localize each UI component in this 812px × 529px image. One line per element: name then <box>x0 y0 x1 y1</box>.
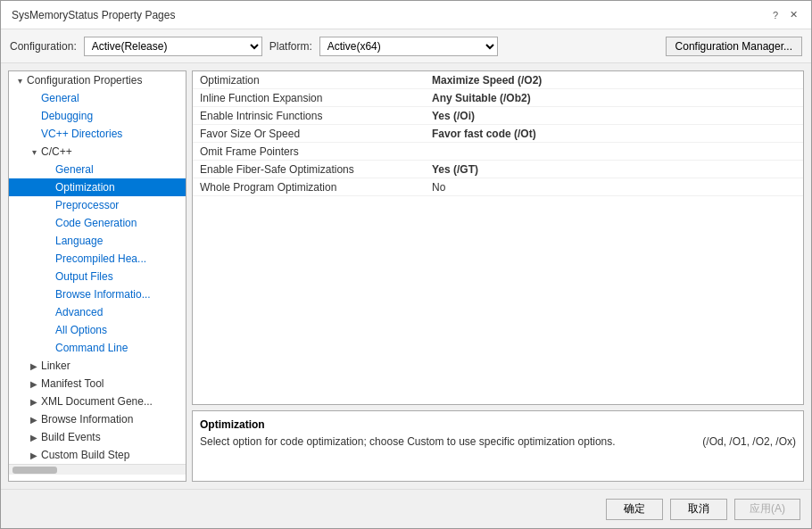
title-bar-controls: ? ✕ <box>768 8 800 22</box>
prop-row-inline-expansion[interactable]: Inline Function Expansion Any Suitable (… <box>193 89 803 107</box>
cancel-button[interactable]: 取消 <box>670 499 727 520</box>
tree-item-cpp-general[interactable]: General <box>9 161 186 178</box>
right-panel: Optimization Maximize Speed (/O2) Inline… <box>192 70 804 482</box>
tree-item-configuration-properties[interactable]: ▾ Configuration Properties <box>9 71 186 89</box>
tree-item-xml-document[interactable]: ▶ XML Document Gene... <box>9 393 186 410</box>
left-tree-panel: ▾ Configuration Properties General Debug… <box>8 70 186 482</box>
description-code: (/Od, /O1, /O2, /Ox) <box>702 434 796 450</box>
description-text: Select option for code optimization; cho… <box>200 434 796 450</box>
tree-item-language[interactable]: Language <box>9 232 186 250</box>
platform-label: Platform: <box>269 40 312 53</box>
bottom-bar: 确定 取消 应用(A) <box>1 489 811 528</box>
prop-row-omit-frame[interactable]: Omit Frame Pointers <box>193 143 803 161</box>
tree-item-code-generation[interactable]: Code Generation <box>9 214 186 232</box>
main-content: ▾ Configuration Properties General Debug… <box>1 63 811 489</box>
title-bar: SysMemoryStatus Property Pages ? ✕ <box>1 1 811 29</box>
prop-row-favor-size-speed[interactable]: Favor Size Or Speed Favor fast code (/Ot… <box>193 125 803 143</box>
tree-item-precompiled-headers[interactable]: Precompiled Hea... <box>9 250 186 268</box>
tree-item-cpp[interactable]: ▾ C/C++ <box>9 143 186 161</box>
tree-item-vc-directories[interactable]: VC++ Directories <box>9 125 186 143</box>
config-manager-button[interactable]: Configuration Manager... <box>666 37 802 56</box>
config-label: Configuration: <box>10 40 77 53</box>
apply-button[interactable]: 应用(A) <box>734 499 800 520</box>
title-bar-left: SysMemoryStatus Property Pages <box>12 9 175 21</box>
tree-item-linker[interactable]: ▶ Linker <box>9 357 186 375</box>
tree-item-build-events[interactable]: ▶ Build Events <box>9 428 186 446</box>
window-title: SysMemoryStatus Property Pages <box>12 9 175 21</box>
configuration-select[interactable]: Active(Release) <box>84 37 262 56</box>
tree-item-manifest-tool[interactable]: ▶ Manifest Tool <box>9 375 186 393</box>
prop-row-whole-program[interactable]: Whole Program Optimization No <box>193 178 803 196</box>
toolbar: Configuration: Active(Release) Platform:… <box>1 29 811 63</box>
description-main-text: Select option for code optimization; cho… <box>200 434 695 450</box>
tree-item-optimization[interactable]: Optimization <box>9 178 186 196</box>
properties-table: Optimization Maximize Speed (/O2) Inline… <box>192 70 804 405</box>
tree-item-general[interactable]: General <box>9 89 186 107</box>
ok-button[interactable]: 确定 <box>606 499 663 520</box>
tree-item-preprocessor[interactable]: Preprocessor <box>9 196 186 214</box>
tree-item-output-files[interactable]: Output Files <box>9 268 186 285</box>
prop-row-fiber-safe[interactable]: Enable Fiber-Safe Optimizations Yes (/GT… <box>193 161 803 178</box>
tree-item-command-line[interactable]: Command Line <box>9 339 186 357</box>
help-button[interactable]: ? <box>768 8 783 22</box>
platform-select[interactable]: Active(x64) <box>319 37 498 56</box>
prop-row-optimization[interactable]: Optimization Maximize Speed (/O2) <box>193 71 803 89</box>
property-pages-window: SysMemoryStatus Property Pages ? ✕ Confi… <box>0 0 812 529</box>
prop-row-intrinsic[interactable]: Enable Intrinsic Functions Yes (/Oi) <box>193 107 803 125</box>
horizontal-scrollbar[interactable] <box>9 464 186 475</box>
tree-item-advanced[interactable]: Advanced <box>9 303 186 321</box>
expand-icon: ▾ <box>12 76 27 86</box>
description-title: Optimization <box>200 418 796 431</box>
tree-item-custom-build-step[interactable]: ▶ Custom Build Step <box>9 446 186 464</box>
tree-item-debugging[interactable]: Debugging <box>9 107 186 125</box>
description-box: Optimization Select option for code opti… <box>192 410 804 482</box>
tree-item-all-options[interactable]: All Options <box>9 321 186 339</box>
close-button[interactable]: ✕ <box>786 8 800 22</box>
tree-item-browse-information[interactable]: ▶ Browse Information <box>9 410 186 428</box>
tree-item-browse-information-cpp[interactable]: Browse Informatio... <box>9 285 186 303</box>
